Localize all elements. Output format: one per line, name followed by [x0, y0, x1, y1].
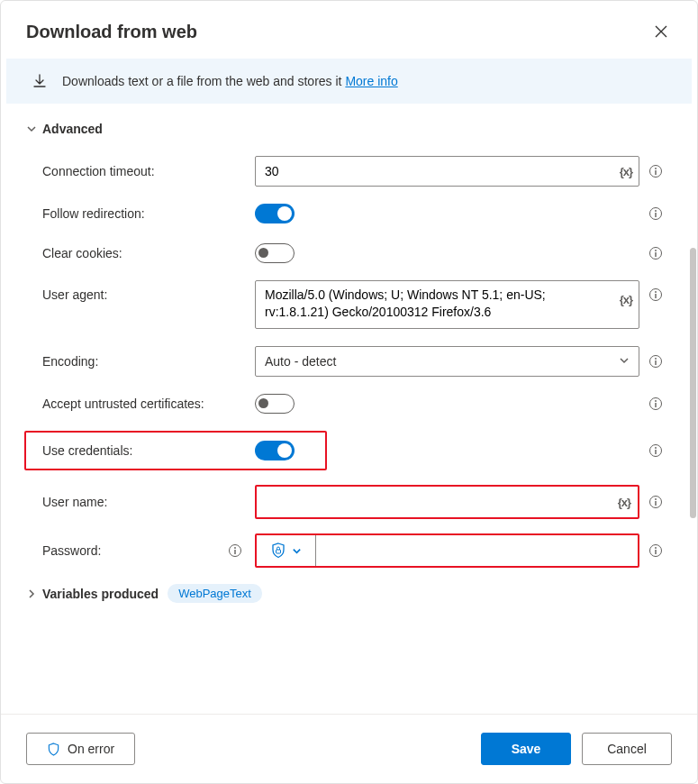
row-password: Password:: [26, 526, 672, 575]
input-user-name[interactable]: [257, 487, 638, 517]
svg-rect-26: [234, 550, 235, 554]
info-icon[interactable]: [648, 354, 663, 369]
scrollbar-thumb[interactable]: [690, 248, 696, 518]
password-credential-picker[interactable]: [257, 535, 316, 566]
info-icon[interactable]: [648, 495, 663, 509]
footer: On error Save Cancel: [1, 714, 697, 783]
cancel-button[interactable]: Cancel: [582, 733, 672, 765]
svg-point-22: [655, 498, 657, 500]
svg-rect-8: [655, 252, 656, 257]
svg-point-25: [234, 547, 236, 549]
chevron-down-icon: [619, 354, 630, 369]
row-follow-redirection: Follow redirection:: [26, 194, 672, 233]
select-encoding[interactable]: Auto - detect: [255, 346, 639, 377]
input-password[interactable]: [316, 535, 638, 566]
banner-desc: Downloads text or a file from the web an…: [62, 74, 345, 88]
svg-point-16: [655, 400, 657, 402]
section-advanced-toggle[interactable]: Advanced: [26, 122, 672, 136]
save-label: Save: [512, 742, 541, 756]
svg-rect-2: [655, 170, 656, 175]
label-use-credentials: Use credentials:: [42, 443, 132, 458]
svg-rect-5: [655, 213, 656, 217]
svg-point-10: [655, 291, 657, 293]
section-variables-produced: Variables produced WebPageText: [26, 575, 672, 608]
section-variables-label: Variables produced: [42, 587, 159, 601]
svg-rect-30: [655, 550, 656, 554]
chevron-right-icon: [26, 588, 37, 599]
variable-picker-icon[interactable]: {x}: [618, 496, 630, 509]
row-accept-untrusted: Accept untrusted certificates:: [26, 384, 672, 424]
toggle-clear-cookies[interactable]: [255, 243, 295, 263]
info-icon[interactable]: [648, 287, 663, 302]
info-icon[interactable]: [648, 543, 663, 558]
svg-rect-17: [655, 403, 656, 407]
close-button[interactable]: [650, 21, 672, 42]
info-icon[interactable]: [648, 443, 663, 458]
banner-text: Downloads text or a file from the web an…: [62, 74, 398, 88]
svg-point-1: [655, 168, 657, 169]
input-connection-timeout[interactable]: [255, 156, 639, 187]
save-button[interactable]: Save: [481, 733, 571, 765]
variable-picker-icon[interactable]: {x}: [620, 165, 632, 178]
dialog-body: Advanced Connection timeout: {x} Follow …: [1, 104, 697, 714]
shield-lock-icon: [270, 542, 286, 559]
svg-point-29: [655, 547, 657, 549]
svg-point-19: [655, 447, 657, 449]
input-user-agent[interactable]: [255, 280, 639, 329]
row-connection-timeout: Connection timeout: {x}: [26, 149, 672, 194]
chevron-down-icon: [292, 546, 302, 556]
toggle-use-credentials[interactable]: [255, 441, 295, 460]
label-user-agent: User agent:: [42, 287, 107, 302]
info-icon[interactable]: [648, 397, 663, 411]
label-user-name: User name:: [42, 495, 107, 509]
svg-rect-14: [655, 360, 656, 365]
dialog-download-from-web: Download from web Downloads text or a fi…: [0, 0, 698, 784]
label-password: Password:: [42, 543, 101, 558]
info-icon[interactable]: [228, 543, 242, 558]
variable-picker-icon[interactable]: {x}: [620, 293, 632, 306]
title-bar: Download from web: [1, 1, 697, 59]
on-error-button[interactable]: On error: [26, 733, 135, 765]
info-icon[interactable]: [648, 164, 663, 178]
row-clear-cookies: Clear cookies:: [26, 233, 672, 273]
section-variables-toggle[interactable]: Variables produced: [26, 587, 159, 601]
on-error-label: On error: [68, 742, 114, 756]
label-clear-cookies: Clear cookies:: [42, 246, 122, 260]
label-connection-timeout: Connection timeout:: [42, 164, 155, 178]
label-follow-redirection: Follow redirection:: [42, 206, 145, 221]
toggle-accept-untrusted[interactable]: [255, 394, 295, 414]
select-encoding-value: Auto - detect: [265, 354, 336, 369]
row-encoding: Encoding: Auto - detect: [26, 339, 672, 384]
chevron-down-icon: [26, 123, 37, 134]
svg-point-7: [655, 250, 657, 251]
label-encoding: Encoding:: [42, 354, 98, 369]
row-user-name: User name: {x}: [26, 478, 672, 526]
close-icon: [654, 24, 668, 39]
svg-point-4: [655, 210, 657, 212]
label-accept-untrusted: Accept untrusted certificates:: [42, 397, 204, 411]
toggle-follow-redirection[interactable]: [255, 204, 295, 223]
row-user-agent: User agent: {x}: [26, 273, 672, 339]
svg-rect-23: [655, 501, 656, 506]
shield-icon: [47, 743, 60, 756]
variable-pill-webpagetext[interactable]: WebPageText: [168, 584, 262, 603]
dialog-title: Download from web: [26, 22, 197, 42]
download-icon: [32, 73, 48, 89]
row-use-credentials: Use credentials:: [26, 424, 672, 478]
section-advanced-label: Advanced: [42, 122, 103, 136]
svg-point-13: [655, 358, 657, 360]
svg-rect-27: [276, 550, 281, 553]
svg-rect-11: [655, 294, 656, 298]
more-info-link[interactable]: More info: [345, 74, 397, 88]
info-icon[interactable]: [648, 246, 663, 260]
svg-rect-20: [655, 450, 656, 454]
info-icon[interactable]: [648, 206, 663, 221]
info-banner: Downloads text or a file from the web an…: [6, 59, 692, 104]
cancel-label: Cancel: [607, 742, 647, 756]
